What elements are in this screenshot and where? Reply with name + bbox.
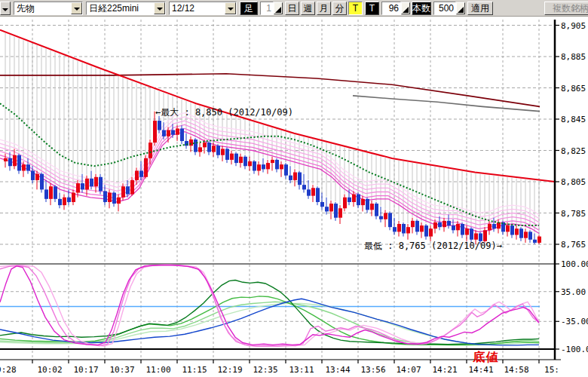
weekly-button[interactable]: 週 — [301, 2, 315, 15]
multi-symbol-button[interactable]: 複数銘柄 — [544, 2, 588, 15]
tick-button-selected[interactable]: T — [348, 2, 363, 15]
minute-button[interactable]: 分 — [332, 2, 347, 15]
partial-combo-arrow-button[interactable] — [0, 2, 11, 15]
contract-month-value: 12/12 — [172, 3, 224, 14]
symbol-value: 日経225mini — [89, 3, 153, 14]
symbol-combobox[interactable]: 日経225mini — [86, 2, 166, 15]
bottom-value-marker: 底値 — [473, 350, 500, 366]
instrument-type-combobox[interactable]: 先物 — [14, 2, 83, 15]
toolbar: 先物 日経225mini 12/12 足 1 日 週 月 分 T T 96 本数… — [0, 0, 588, 17]
interval-spinner-icon[interactable] — [274, 2, 283, 14]
tick-mode-button[interactable]: T — [365, 2, 379, 15]
bar-count-spinner-icon[interactable] — [456, 2, 465, 14]
interval-input[interactable]: 1 — [260, 2, 274, 15]
monthly-button[interactable]: 月 — [317, 2, 331, 15]
chevron-down-icon[interactable] — [154, 2, 165, 14]
ashi-button[interactable]: 足 — [240, 2, 258, 15]
chart-application-window: 8,9058,8858,8658,8458,8258,8058,7858,765… — [0, 0, 588, 377]
max-price-annotation: ←最大 : 8,850 (2012/10/09) — [155, 106, 293, 119]
tick-count-spinner-icon[interactable] — [401, 2, 410, 14]
tick-count-input[interactable]: 96 — [381, 2, 401, 15]
apply-button[interactable]: 適用 — [467, 2, 493, 15]
bar-count-label-button[interactable]: 本数 — [412, 2, 431, 15]
min-price-annotation: 最低 : 8,765 (2012/10/09)→ — [364, 240, 502, 253]
chevron-down-icon[interactable] — [71, 2, 82, 14]
instrument-type-value: 先物 — [17, 3, 70, 14]
contract-month-combobox[interactable]: 12/12 — [169, 2, 237, 15]
price-and-oscillator-chart[interactable] — [0, 0, 588, 377]
chevron-down-icon[interactable] — [225, 2, 236, 14]
daily-button[interactable]: 日 — [285, 2, 299, 15]
bar-count-input[interactable]: 500 — [433, 2, 456, 15]
